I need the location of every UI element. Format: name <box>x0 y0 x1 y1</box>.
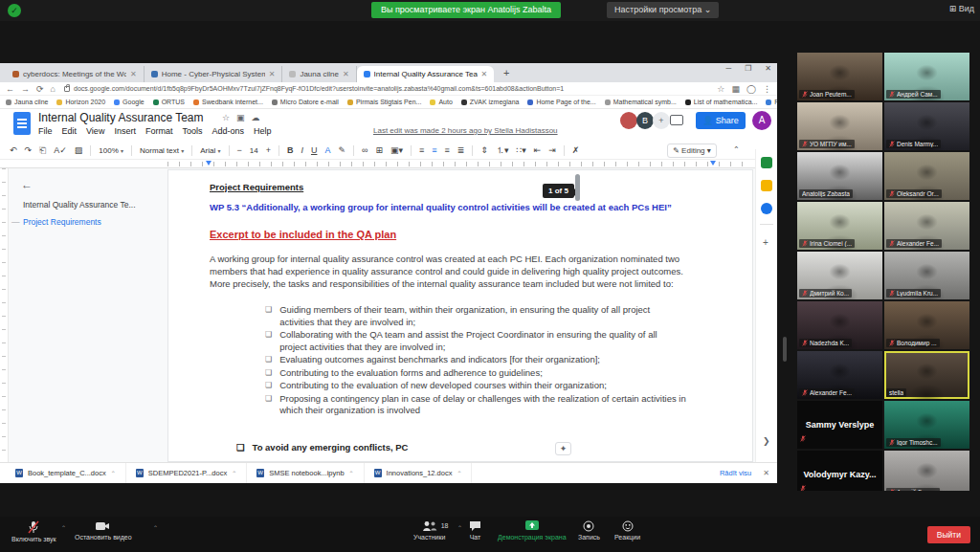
menu-insert[interactable]: Insert <box>114 126 136 136</box>
home-icon[interactable]: ⌂ <box>51 84 56 94</box>
comment-icon[interactable] <box>670 115 683 125</box>
editing-mode-select[interactable]: ✎ Editing ▾ <box>667 144 717 158</box>
window-controls[interactable]: ─ ❐ ✕ <box>725 64 771 73</box>
participant-tile[interactable]: Oleksandr Or... <box>884 152 969 200</box>
tab-close-icon[interactable]: ✕ <box>343 70 349 78</box>
print-icon[interactable]: ⎗ <box>39 145 46 156</box>
share-screen-button[interactable]: Демонстрация экрана <box>498 520 567 541</box>
calendar-icon[interactable] <box>761 157 772 168</box>
line-spacing-icon[interactable]: ⇕ <box>480 145 488 155</box>
participant-tile[interactable]: Joan Peutem... <box>797 53 882 100</box>
share-button[interactable]: 👤 Share <box>696 112 746 129</box>
menu-file[interactable]: File <box>38 126 53 136</box>
browser-tab[interactable]: cyberdocs: Meetings of the Wo...✕ <box>6 66 145 82</box>
bookmark-item[interactable]: Mathematical symb... <box>605 99 677 105</box>
address-bar[interactable]: docs.google.com/document/d/1fb5q8p9FbyDr… <box>62 84 710 94</box>
browser-tab[interactable]: Jauna cilne✕ <box>282 66 356 82</box>
tab-close-icon[interactable]: ✕ <box>130 70 137 78</box>
participant-tile[interactable]: Lyudmila Kru... <box>884 252 969 299</box>
align-left-icon[interactable]: ≡ <box>419 145 424 155</box>
download-chip[interactable]: WInnovations_12.docx⌃ <box>365 463 473 483</box>
menu-tools[interactable]: Tools <box>182 126 202 136</box>
explore-button[interactable]: ✦ <box>555 442 571 455</box>
bookmark-item[interactable]: Jauna cilne <box>6 99 48 105</box>
download-caret-icon[interactable]: ⌃ <box>111 470 116 476</box>
bookmark-item[interactable]: List of mathematica... <box>685 99 758 105</box>
participant-tile[interactable]: Alexander Fe... <box>797 351 882 399</box>
redo-icon[interactable]: ↷ <box>25 145 33 155</box>
video-options-caret[interactable]: ⌃ <box>153 524 158 531</box>
indent-increase-icon[interactable]: ⇥ <box>548 145 556 155</box>
insert-image-icon[interactable]: ▣▾ <box>390 145 403 155</box>
collaborator-avatar[interactable] <box>620 112 637 129</box>
maximize-icon[interactable]: ❐ <box>745 64 751 73</box>
participant-tile[interactable]: Anatolijs Zabasta <box>797 152 882 200</box>
participant-tile[interactable]: Володимир ... <box>884 301 969 349</box>
bookmark-item[interactable]: Pirmais Stigtais Pen... <box>347 99 421 105</box>
minimize-icon[interactable]: ─ <box>725 64 731 73</box>
browser-tab[interactable]: Internal Quality Assurance Team✕ <box>357 66 495 82</box>
last-edit-link[interactable]: Last edit was made 2 hours ago by Stella… <box>373 126 558 135</box>
underline-icon[interactable]: U <box>311 145 318 155</box>
download-chip[interactable]: WSMSE notebook...ipynb⌃ <box>247 463 364 483</box>
menu-help[interactable]: Help <box>254 126 272 136</box>
undo-icon[interactable]: ↶ <box>10 145 17 155</box>
back-icon[interactable]: ← <box>6 84 14 94</box>
download-caret-icon[interactable]: ⌃ <box>349 470 354 476</box>
align-center-icon[interactable]: ≡ <box>432 145 436 155</box>
participant-tile[interactable]: УО МГПУ им... <box>797 102 882 150</box>
justify-icon[interactable]: ≣ <box>457 145 465 155</box>
bookmark-item[interactable]: RTU e-pasts <box>766 99 777 105</box>
numbered-list-icon[interactable]: ⒈▾ <box>496 144 509 157</box>
collapse-toolbar-icon[interactable]: ⌃ <box>733 145 740 154</box>
chat-button[interactable]: Чат <box>469 520 481 541</box>
document-page[interactable]: Project Requirements WP 5.3 “Additionall… <box>167 169 753 462</box>
font-size-field[interactable]: 14 <box>250 146 258 155</box>
show-side-panel-icon[interactable]: ❯ <box>763 436 770 446</box>
outline-item-project-requirements[interactable]: Project Requirements <box>23 217 101 227</box>
insert-comment-icon[interactable]: ⊞ <box>375 145 383 155</box>
forward-icon[interactable]: → <box>21 84 30 94</box>
bookmark-star-icon[interactable]: ☆ <box>717 84 724 94</box>
leave-button[interactable]: Выйти <box>927 526 970 543</box>
participant-tile[interactable]: Igor Timoshc... <box>884 401 969 449</box>
participant-tile[interactable]: Андрей Сам... <box>884 53 969 100</box>
reload-icon[interactable]: ⟳ <box>36 84 44 94</box>
mic-options-caret[interactable]: ⌃ <box>61 524 66 531</box>
download-caret-icon[interactable]: ⌃ <box>232 470 236 476</box>
bookmark-item[interactable]: Micro Datore e-mail <box>272 99 339 105</box>
bookmark-item[interactable]: ORTUS <box>153 99 185 105</box>
video-panel-scrollbar[interactable] <box>783 337 787 362</box>
participant-tile[interactable]: Nadezhda K... <box>797 301 882 349</box>
bookmark-item[interactable]: Horizon 2020 <box>56 99 105 105</box>
tab-close-icon[interactable]: ✕ <box>481 70 488 78</box>
bookmark-item[interactable]: Auto <box>430 99 452 105</box>
menu-add-ons[interactable]: Add-ons <box>212 126 244 136</box>
highlight-icon[interactable]: ✎ <box>338 145 345 155</box>
document-scrollbar[interactable] <box>575 174 580 201</box>
record-button[interactable]: Запись <box>578 520 600 541</box>
participant-tile[interactable]: Volodymyr Kazy... <box>797 451 882 491</box>
bulleted-list-icon[interactable]: ∷▾ <box>516 145 525 155</box>
profile-icon[interactable]: ◯ <box>746 84 756 94</box>
tasks-icon[interactable] <box>761 203 772 214</box>
show-all-downloads-link[interactable]: Rādīt visu <box>720 469 751 477</box>
download-chip[interactable]: WSDEMPED2021-P...docx⌃ <box>126 463 247 483</box>
participant-tile[interactable]: Alexander Fe... <box>884 202 969 250</box>
collaborator-avatar[interactable]: B <box>636 112 654 129</box>
stop-video-button[interactable]: Остановить видео <box>75 520 132 541</box>
indent-decrease-icon[interactable]: ⇤ <box>534 145 542 155</box>
browser-tab[interactable]: Home - Cyber-Physical Systems✕ <box>145 66 283 82</box>
participant-tile[interactable]: Андрій Гнатов <box>884 451 969 491</box>
font-size-decrease-icon[interactable]: − <box>237 145 242 155</box>
participant-tile[interactable]: Denis Marmy... <box>884 102 969 150</box>
bookmark-item[interactable]: ZVAK izmeglana <box>461 99 520 105</box>
add-addon-icon[interactable]: + <box>763 237 768 248</box>
zoom-select[interactable]: 100% ▾ <box>99 146 123 155</box>
text-color-icon[interactable]: A <box>324 145 330 155</box>
menu-view[interactable]: View <box>86 126 104 136</box>
italic-icon[interactable]: I <box>301 145 303 155</box>
participants-caret[interactable]: ⌃ <box>457 524 462 531</box>
participant-tile[interactable]: Irina Ciomei (... <box>797 202 882 250</box>
participant-tile[interactable]: stella <box>884 351 969 399</box>
